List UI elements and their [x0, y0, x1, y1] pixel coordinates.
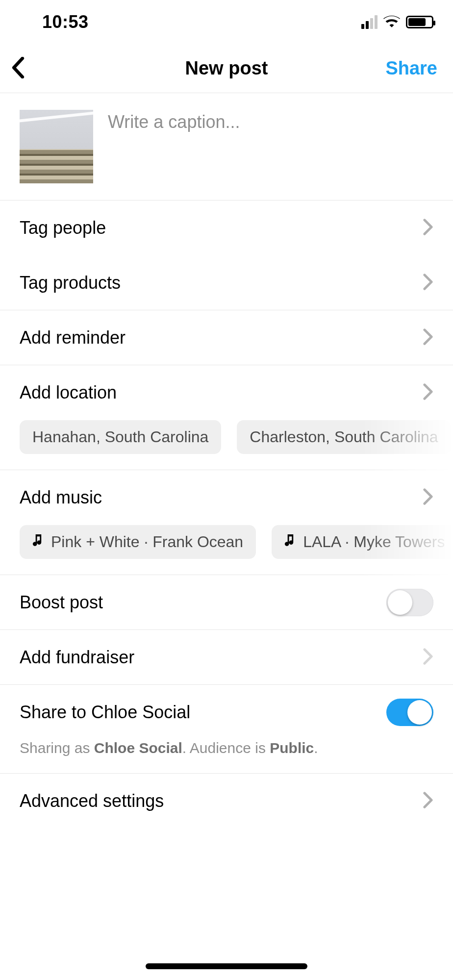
- wifi-icon: [383, 15, 400, 29]
- chevron-right-icon: [423, 219, 433, 237]
- row-tag-products[interactable]: Tag products: [0, 255, 453, 310]
- chevron-right-icon: [423, 383, 433, 402]
- row-label: Advanced settings: [20, 791, 164, 811]
- music-note-icon: [284, 533, 295, 551]
- share-button[interactable]: Share: [385, 58, 442, 79]
- music-chip[interactable]: LALA · Myke Towers: [272, 525, 453, 559]
- chevron-left-icon: [11, 57, 25, 78]
- chevron-right-icon: [423, 328, 433, 347]
- row-tag-people[interactable]: Tag people: [0, 201, 453, 255]
- share-to-toggle[interactable]: [386, 699, 433, 726]
- chevron-right-icon: [423, 648, 433, 667]
- status-time: 10:53: [42, 12, 89, 32]
- boost-post-toggle[interactable]: [386, 589, 433, 616]
- location-chip[interactable]: Hanahan, South Carolina: [20, 420, 221, 454]
- chevron-right-icon: [423, 792, 433, 810]
- location-chip[interactable]: Charleston, South Carolina: [237, 420, 451, 454]
- nav-header: New post Share: [0, 44, 453, 93]
- row-label: Share to Chloe Social: [20, 702, 190, 723]
- row-add-reminder[interactable]: Add reminder: [0, 310, 453, 365]
- row-label: Tag people: [20, 218, 106, 238]
- row-label: Add location: [20, 382, 117, 403]
- row-label: Add reminder: [20, 327, 126, 348]
- status-bar: 10:53: [0, 0, 453, 44]
- sharing-note: Sharing as Chloe Social. Audience is Pub…: [0, 740, 453, 774]
- caption-section: Write a caption...: [0, 93, 453, 201]
- row-label: Tag products: [20, 273, 121, 293]
- row-add-fundraiser[interactable]: Add fundraiser: [0, 630, 453, 685]
- status-right: [361, 15, 433, 29]
- cellular-signal-icon: [361, 15, 378, 29]
- caption-input[interactable]: Write a caption...: [108, 110, 433, 183]
- post-thumbnail[interactable]: [20, 110, 93, 183]
- row-advanced-settings[interactable]: Advanced settings: [0, 774, 453, 829]
- row-add-location[interactable]: Add location: [0, 365, 453, 420]
- music-note-icon: [32, 533, 43, 551]
- row-label: Add fundraiser: [20, 647, 134, 668]
- row-label: Boost post: [20, 592, 103, 613]
- back-button[interactable]: [11, 57, 40, 80]
- home-indicator: [146, 963, 307, 969]
- location-suggestions: Hanahan, South Carolina Charleston, Sout…: [0, 420, 453, 470]
- battery-icon: [406, 16, 433, 28]
- row-add-music[interactable]: Add music: [0, 470, 453, 525]
- chevron-right-icon: [423, 274, 433, 292]
- row-boost-post: Boost post: [0, 575, 453, 630]
- music-chip[interactable]: Pink + White · Frank Ocean: [20, 525, 256, 559]
- row-label: Add music: [20, 487, 102, 508]
- music-chip-label: LALA · Myke Towers: [303, 533, 445, 551]
- chevron-right-icon: [423, 488, 433, 507]
- music-suggestions: Pink + White · Frank Ocean LALA · Myke T…: [0, 525, 453, 575]
- row-share-to: Share to Chloe Social: [0, 685, 453, 740]
- music-chip-label: Pink + White · Frank Ocean: [51, 533, 243, 551]
